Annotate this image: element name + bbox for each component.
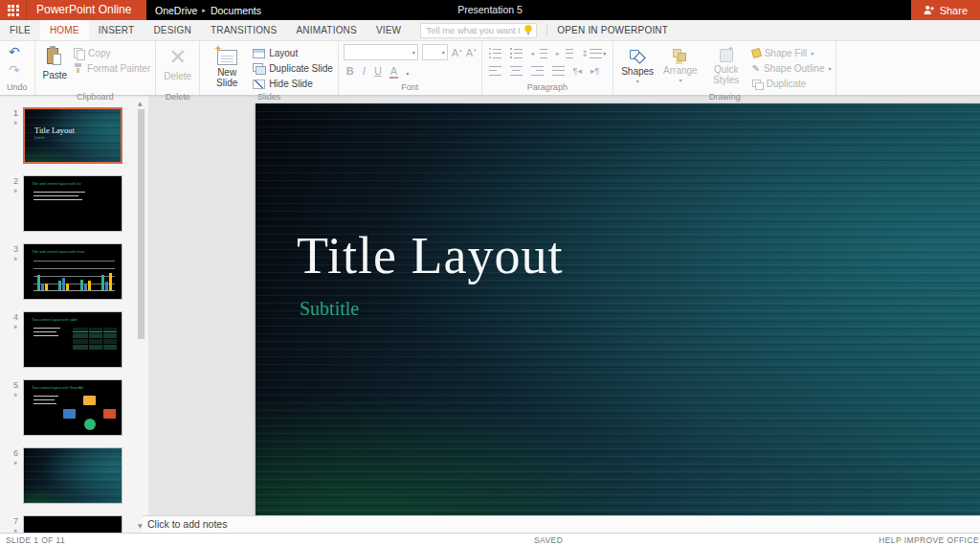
drawing-group-label: Drawing <box>618 91 831 104</box>
align-right-icon <box>531 66 544 76</box>
delete-button[interactable]: ✕ Delete <box>161 44 194 91</box>
line-spacing-button[interactable]: ↕▾ <box>580 46 609 60</box>
tab-view[interactable]: VIEW <box>367 20 411 40</box>
text-direction-ltr-button[interactable]: ¶◂ <box>571 63 584 78</box>
shrink-font-button[interactable]: A▾ <box>466 47 477 58</box>
app-title[interactable]: PowerPoint Online <box>27 0 131 20</box>
thumb-title: Title and content layout with list <box>32 182 87 186</box>
slide-thumbnail-6[interactable] <box>23 447 122 504</box>
bold-button[interactable]: B <box>346 65 354 77</box>
scroll-down-icon[interactable]: ▼ <box>138 522 143 529</box>
slide-title[interactable]: Title Layout <box>297 226 564 285</box>
tab-transitions[interactable]: TRANSITIONS <box>201 20 286 40</box>
slide-thumbnail-2[interactable]: Title and content layout with list <box>23 175 122 232</box>
hide-slide-button[interactable]: Hide Slide <box>253 78 333 90</box>
decrease-indent-button[interactable]: ◂ <box>529 46 550 60</box>
numbering-button[interactable] <box>508 46 524 60</box>
shape-fill-icon <box>751 48 762 58</box>
tab-file[interactable]: FILE <box>0 20 40 40</box>
redo-button[interactable]: ↷ <box>9 63 20 78</box>
tab-home[interactable]: HOME <box>40 20 89 40</box>
font-name-select[interactable]: ▾ <box>344 44 418 60</box>
tab-insert[interactable]: INSERT <box>89 20 145 40</box>
transition-indicator-icon: ✶ <box>12 120 18 127</box>
thumb-title: Title and content layout with chart <box>32 250 87 254</box>
slide-thumbnail-4[interactable]: Two content layout with table <box>23 311 122 368</box>
transition-indicator-icon: ✶ <box>12 324 18 331</box>
new-slide-button[interactable]: New Slide <box>205 44 249 91</box>
slide-thumbnail-panel: 1✶ Title Layout Subtitle 2✶ Title and co… <box>0 96 148 533</box>
breadcrumb: OneDrive ▸ Documents <box>146 0 261 20</box>
copy-button[interactable]: Copy <box>74 47 150 59</box>
new-slide-icon <box>217 50 237 65</box>
clipboard-group-label: Clipboard <box>40 91 151 104</box>
shape-outline-button[interactable]: ✎ Shape Outline ▾ <box>752 62 832 75</box>
share-button[interactable]: Share <box>911 0 980 20</box>
slides-group-label: Slides <box>205 91 333 104</box>
slide-thumbnail-1[interactable]: Title Layout Subtitle <box>23 107 122 164</box>
copy-icon <box>74 48 84 58</box>
slide-number: 1 <box>13 108 18 118</box>
app-launcher-button[interactable] <box>0 0 27 20</box>
workspace: 1✶ Title Layout Subtitle 2✶ Title and co… <box>0 96 980 533</box>
ribbon-group-drawing: Shapes ▾ Arrange ▾ Quick Styles Shape Fi… <box>613 41 836 95</box>
duplicate-slide-button[interactable]: Duplicate Slide <box>253 62 333 75</box>
shape-fill-button[interactable]: Shape Fill ▾ <box>752 47 832 59</box>
brand-area: PowerPoint Online <box>0 0 146 20</box>
bullets-button[interactable] <box>487 46 503 60</box>
undo-group-label: Undo <box>5 81 30 95</box>
hide-slide-icon <box>253 80 265 89</box>
open-in-powerpoint-button[interactable]: OPEN IN POWERPOINT <box>557 25 668 35</box>
slide-thumbnail-3[interactable]: Title and content layout with chart <box>23 243 122 300</box>
paste-button[interactable]: Paste <box>40 44 71 91</box>
format-painter-button[interactable]: Format Painter <box>74 62 150 75</box>
ribbon-group-clipboard: Paste Copy Format Painter Clipboard <box>35 41 157 95</box>
line-spacing-icon: ↕ <box>582 49 590 58</box>
slide-subtitle[interactable]: Subtitle <box>300 298 359 320</box>
text-direction-rtl-button[interactable]: ▸¶ <box>589 63 601 78</box>
tab-animations[interactable]: ANIMATIONS <box>286 20 366 40</box>
grow-font-icon: ▴ <box>459 47 462 53</box>
breadcrumb-documents[interactable]: Documents <box>211 5 261 16</box>
duplicate-button[interactable]: Duplicate <box>752 78 832 90</box>
undo-button[interactable]: ↶ <box>9 45 20 59</box>
slide-thumbnail-5[interactable]: Two content layout with SmartArt <box>23 379 122 436</box>
align-center-button[interactable] <box>508 63 524 78</box>
tab-design[interactable]: DESIGN <box>144 20 201 40</box>
italic-button[interactable]: I <box>363 65 366 77</box>
breadcrumb-onedrive[interactable]: OneDrive <box>155 5 197 16</box>
tell-me-input[interactable] <box>421 25 523 35</box>
align-left-button[interactable] <box>487 63 503 78</box>
thumbnail-scrollbar[interactable]: ▲ ▼ <box>135 97 147 532</box>
justify-button[interactable] <box>550 63 567 78</box>
decrease-indent-icon <box>535 49 547 58</box>
scrollbar-thumb[interactable] <box>138 109 145 339</box>
increase-indent-button[interactable]: ▸ <box>554 46 575 60</box>
thumb-table <box>73 328 117 350</box>
notes-pane[interactable]: Click to add notes <box>143 515 980 533</box>
underline-button[interactable]: U <box>374 65 382 77</box>
grow-font-button[interactable]: A▴ <box>452 47 462 58</box>
align-right-button[interactable] <box>529 63 546 78</box>
font-group-label: Font <box>344 81 477 95</box>
paste-clipboard-icon <box>46 46 63 68</box>
font-color-button[interactable]: A <box>390 65 397 77</box>
slide-number: 4 <box>13 312 18 322</box>
duplicate-slide-icon <box>253 63 265 74</box>
slide-thumbnail-7[interactable] <box>23 515 122 533</box>
arrange-button[interactable]: Arrange ▾ <box>660 44 701 91</box>
tell-me-box <box>420 23 537 38</box>
slide-editor[interactable]: Title Layout Subtitle <box>256 103 980 515</box>
font-color-caret-icon[interactable]: ▾ <box>406 71 409 77</box>
shapes-button[interactable]: Shapes ▾ <box>618 44 657 91</box>
arrange-caret-icon: ▾ <box>679 78 681 83</box>
quick-styles-button[interactable]: Quick Styles <box>704 44 748 91</box>
layout-button[interactable]: Layout <box>253 47 333 59</box>
format-painter-icon <box>74 63 83 74</box>
thumb-bar-chart <box>33 261 115 291</box>
font-size-select[interactable]: ▾ <box>422 44 448 60</box>
help-improve-office-link[interactable]: HELP IMPROVE OFFICE <box>879 535 979 545</box>
shapes-caret-icon: ▾ <box>636 79 639 84</box>
ribbon-tab-row: FILE HOME INSERT DESIGN TRANSITIONS ANIM… <box>0 20 980 41</box>
ltr-icon: ¶◂ <box>573 66 582 76</box>
